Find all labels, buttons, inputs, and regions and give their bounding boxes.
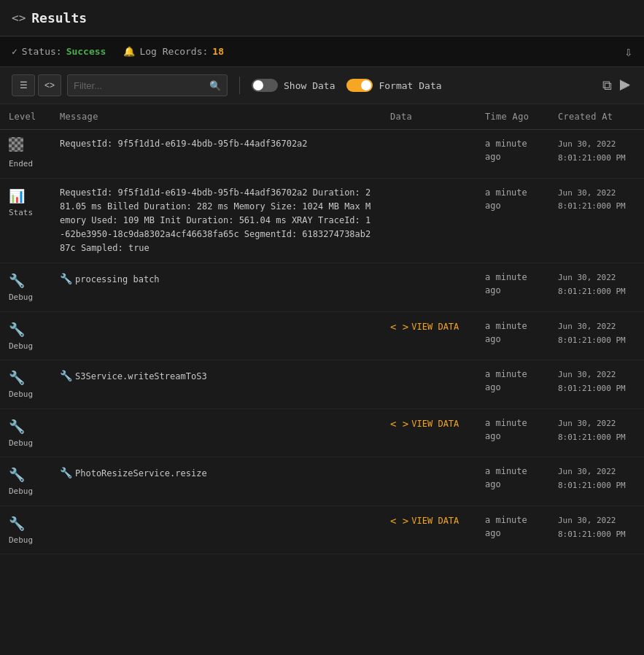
- time-ago-cell: a minute ago: [476, 457, 549, 506]
- view-data-button[interactable]: < >VIEW DATA: [390, 416, 468, 432]
- level-cell: 🔧 Debug: [0, 311, 51, 360]
- time-ago-text: a minute ago: [485, 272, 527, 295]
- status-item: ✓ Status: Success: [12, 46, 106, 57]
- toolbar: ☰ <> 🔍 Show Data Format Data ⧉ ⯈: [0, 67, 644, 104]
- message-cell: [51, 505, 381, 554]
- message-text: RequestId: 9f5f1d1d-e619-4bdb-95fb-44adf…: [60, 187, 371, 254]
- level-icon: 🔧: [9, 319, 25, 339]
- level-icon: [9, 137, 23, 157]
- message-cell: 🔧PhotoResizeService.resize: [51, 457, 381, 506]
- view-data-button[interactable]: < >VIEW DATA: [390, 513, 468, 529]
- table-row: 🔧 Debug < >VIEW DATAa minute agoJun 30, …: [0, 505, 644, 554]
- toolbar-actions: ⧉ ⯈: [602, 77, 632, 93]
- col-header-level: Level: [0, 104, 51, 130]
- format-data-knob: [361, 80, 371, 90]
- filter-input[interactable]: [74, 80, 209, 91]
- time-ago-cell: a minute ago: [476, 263, 549, 312]
- created-at-cell: Jun 30, 2022 8:01:21:000 PM: [549, 408, 644, 457]
- col-header-timeago: Time Ago: [476, 104, 549, 130]
- level-name: Debug: [9, 535, 33, 547]
- time-ago-text: a minute ago: [485, 369, 527, 392]
- menu-button[interactable]: ☰: [12, 74, 35, 96]
- created-at-cell: Jun 30, 2022 8:01:21:000 PM: [549, 130, 644, 179]
- code-arrows-icon: < >: [390, 319, 408, 335]
- time-ago-text: a minute ago: [485, 515, 527, 538]
- format-data-toggle[interactable]: [346, 79, 373, 92]
- message-cell: 🔧S3Service.writeStreamToS3: [51, 360, 381, 409]
- created-at-text: Jun 30, 2022 8:01:21:000 PM: [558, 419, 626, 442]
- level-icon: 🔧: [9, 513, 25, 533]
- table-container: Level Message Data Time Ago Created At E…: [0, 104, 644, 554]
- table-row: 🔧 Debug < >VIEW DATAa minute agoJun 30, …: [0, 311, 644, 360]
- table-row: 🔧 Debug 🔧processing batcha minute agoJun…: [0, 263, 644, 312]
- created-at-text: Jun 30, 2022 8:01:21:000 PM: [558, 273, 626, 296]
- level-cell: 🔧 Debug: [0, 457, 51, 506]
- message-text: 🔧processing batch: [60, 274, 160, 284]
- created-at-cell: Jun 30, 2022 8:01:21:000 PM: [549, 263, 644, 312]
- format-data-label: Format Data: [379, 80, 441, 91]
- view-data-label: VIEW DATA: [411, 417, 459, 430]
- data-cell: < >VIEW DATA: [381, 311, 476, 360]
- show-data-toggle[interactable]: [252, 79, 278, 92]
- checkmark-icon: ✓: [12, 46, 18, 57]
- message-icon: 🔧: [60, 273, 72, 284]
- view-data-label: VIEW DATA: [411, 514, 459, 527]
- show-data-knob: [253, 80, 263, 90]
- filter-container: 🔍: [67, 74, 228, 96]
- created-at-cell: Jun 30, 2022 8:01:21:000 PM: [549, 457, 644, 506]
- share-icon[interactable]: ⯈: [619, 78, 632, 93]
- download-icon[interactable]: ⇩: [624, 44, 632, 59]
- created-at-text: Jun 30, 2022 8:01:21:000 PM: [558, 139, 626, 163]
- status-value: Success: [66, 46, 106, 57]
- show-data-toggle-group: Show Data: [252, 79, 335, 92]
- level-icon: 📊: [9, 186, 25, 206]
- created-at-cell: Jun 30, 2022 8:01:21:000 PM: [549, 178, 644, 263]
- status-bar-export[interactable]: ⇩: [624, 44, 632, 59]
- log-records-item: 🔔 Log Records: 18: [123, 46, 224, 57]
- table-row: 📊 Stats RequestId: 9f5f1d1d-e619-4bdb-95…: [0, 178, 644, 263]
- level-name: Stats: [9, 207, 33, 220]
- time-ago-text: a minute ago: [485, 139, 527, 162]
- data-cell: [381, 360, 476, 409]
- log-records-label: Log Records:: [139, 46, 208, 57]
- level-cell: 🔧 Debug: [0, 263, 51, 312]
- time-ago-cell: a minute ago: [476, 408, 549, 457]
- search-icon[interactable]: 🔍: [209, 80, 221, 91]
- message-cell: RequestId: 9f5f1d1d-e619-4bdb-95fb-44adf…: [51, 130, 381, 179]
- data-cell: < >VIEW DATA: [381, 408, 476, 457]
- view-data-button[interactable]: < >VIEW DATA: [390, 319, 468, 335]
- toolbar-divider: [239, 77, 240, 94]
- level-name: Debug: [9, 438, 33, 450]
- code-arrows-icon: < >: [390, 513, 408, 529]
- bell-icon: 🔔: [123, 46, 135, 57]
- created-at-text: Jun 30, 2022 8:01:21:000 PM: [558, 188, 626, 212]
- data-cell: [381, 178, 476, 263]
- level-cell: Ended: [0, 130, 51, 179]
- time-ago-text: a minute ago: [485, 187, 527, 211]
- created-at-text: Jun 30, 2022 8:01:21:000 PM: [558, 370, 626, 393]
- code-arrows-icon: < >: [390, 416, 408, 432]
- log-records-count: 18: [212, 46, 224, 57]
- code-button[interactable]: <>: [38, 74, 61, 96]
- col-header-data: Data: [381, 104, 476, 130]
- time-ago-cell: a minute ago: [476, 505, 549, 554]
- time-ago-text: a minute ago: [485, 418, 527, 441]
- level-cell: 🔧 Debug: [0, 408, 51, 457]
- level-name: Debug: [9, 341, 33, 353]
- copy-icon[interactable]: ⧉: [602, 77, 612, 93]
- level-name: Ended: [9, 158, 33, 171]
- created-at-cell: Jun 30, 2022 8:01:21:000 PM: [549, 360, 644, 409]
- message-icon: 🔧: [60, 370, 72, 381]
- table-row: 🔧 Debug 🔧PhotoResizeService.resizea minu…: [0, 457, 644, 506]
- page-title: Results: [31, 10, 87, 26]
- created-at-cell: Jun 30, 2022 8:01:21:000 PM: [549, 311, 644, 360]
- message-text: RequestId: 9f5f1d1d-e619-4bdb-95fb-44adf…: [60, 139, 308, 149]
- data-cell: [381, 130, 476, 179]
- created-at-cell: Jun 30, 2022 8:01:21:000 PM: [549, 505, 644, 554]
- format-data-toggle-group: Format Data: [346, 79, 441, 92]
- table-row: 🔧 Debug 🔧S3Service.writeStreamToS3a minu…: [0, 360, 644, 409]
- data-cell: [381, 457, 476, 506]
- col-header-message: Message: [51, 104, 381, 130]
- toolbar-left: ☰ <>: [12, 74, 61, 96]
- message-cell: 🔧processing batch: [51, 263, 381, 312]
